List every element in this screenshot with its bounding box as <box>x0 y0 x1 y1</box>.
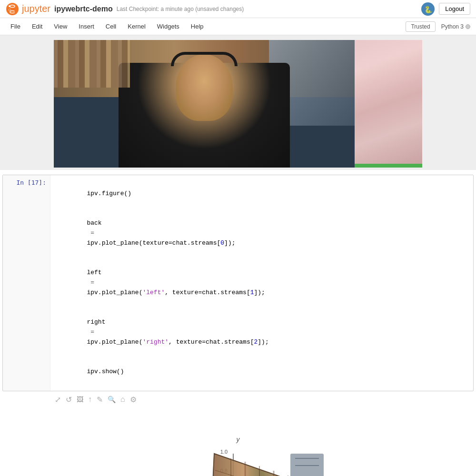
code-func-1: ipv.figure() <box>87 190 131 197</box>
cell-content: ipv.figure() back = ipv.plot_plane(textu… <box>50 175 473 391</box>
code-line-5: ipv.show() <box>57 357 466 387</box>
svg-rect-45 <box>290 454 324 476</box>
checkpoint-text: Last Checkpoint: a minute ago (unsaved c… <box>117 6 244 12</box>
toolbar-home-icon[interactable]: ⌂ <box>120 395 125 404</box>
topbar: ○ jupyter ipywebrtc-demo Last Checkpoint… <box>0 0 476 18</box>
menu-widgets[interactable]: Widgets <box>152 21 184 32</box>
plot-area: 0.2 0.4 0.6 0.8 1.0 x 0.0 0.2 0.4 0.6 0.… <box>2 406 474 476</box>
svg-text:y: y <box>236 436 240 443</box>
svg-text:🐍: 🐍 <box>424 6 433 14</box>
logout-button[interactable]: Logout <box>439 3 470 15</box>
code-cell: In [17]: ipv.figure() back = ipv.plot_pl… <box>2 175 474 391</box>
kernel-status-dot <box>466 24 470 29</box>
svg-line-35 <box>231 458 231 476</box>
video-output-section <box>0 35 476 170</box>
cell-toolbar: ⤢ ↺ 🖼 ↑ ✎ 🔍 ⌂ ⚙ <box>2 393 474 406</box>
plot-container: 0.2 0.4 0.6 0.8 1.0 x 0.0 0.2 0.4 0.6 0.… <box>138 416 338 476</box>
headphones <box>171 52 238 66</box>
side-video <box>355 40 422 168</box>
toolbar-up-icon[interactable]: ↑ <box>88 395 92 404</box>
code-line-1: ipv.figure() <box>57 179 466 208</box>
main-video <box>54 40 355 168</box>
svg-line-36 <box>245 462 246 476</box>
menu-cell[interactable]: Cell <box>101 21 121 32</box>
svg-text:1.0: 1.0 <box>220 449 228 455</box>
shelf-details-left <box>54 40 130 88</box>
notebook-title: ipywebrtc-demo <box>54 5 113 13</box>
jupyter-logo-text: jupyter <box>22 3 50 14</box>
video-container <box>0 35 476 170</box>
toolbar-draw-icon[interactable]: ✎ <box>97 395 103 404</box>
svg-point-4 <box>14 11 16 13</box>
menu-help[interactable]: Help <box>186 21 208 32</box>
python-logo-icon: 🐍 <box>421 2 435 16</box>
toolbar-settings-icon[interactable]: ⚙ <box>130 395 137 404</box>
menu-view[interactable]: View <box>49 21 72 32</box>
3d-plot-svg[interactable]: 0.2 0.4 0.6 0.8 1.0 x 0.0 0.2 0.4 0.6 0.… <box>138 416 338 476</box>
trusted-badge[interactable]: Trusted <box>406 21 435 32</box>
side-video-content <box>355 164 422 168</box>
kernel-info: Python 3 <box>441 23 470 30</box>
toolbar-zoom-icon[interactable]: 🔍 <box>108 396 116 403</box>
svg-line-37 <box>259 466 260 476</box>
code-line-2: back = ipv.plot_plane(texture=chat.strea… <box>57 208 466 258</box>
menu-kernel[interactable]: Kernel <box>123 21 150 32</box>
cell-prompt: In [17]: <box>3 175 50 391</box>
code-line-3: left = ipv.plot_plane('left', texture=ch… <box>57 258 466 307</box>
menu-edit[interactable]: Edit <box>27 21 47 32</box>
menu-insert[interactable]: Insert <box>74 21 99 32</box>
jupyter-logo: ○ jupyter <box>6 2 50 16</box>
jupyter-logo-icon: ○ <box>6 2 19 16</box>
main-content: In [17]: ipv.figure() back = ipv.plot_pl… <box>0 35 476 476</box>
svg-line-38 <box>274 471 274 476</box>
toolbar-move-icon[interactable]: ⤢ <box>55 395 61 404</box>
toolbar-reset-icon[interactable]: ↺ <box>66 395 72 404</box>
code-line-4: right = ipv.plot_plane('right', texture=… <box>57 307 466 357</box>
menubar: File Edit View Insert Cell Kernel Widget… <box>0 18 476 35</box>
toolbar-image-icon[interactable]: 🖼 <box>77 396 83 403</box>
topbar-right: 🐍 Logout <box>421 2 470 16</box>
svg-text:○: ○ <box>8 7 11 12</box>
menu-file[interactable]: File <box>6 21 25 32</box>
